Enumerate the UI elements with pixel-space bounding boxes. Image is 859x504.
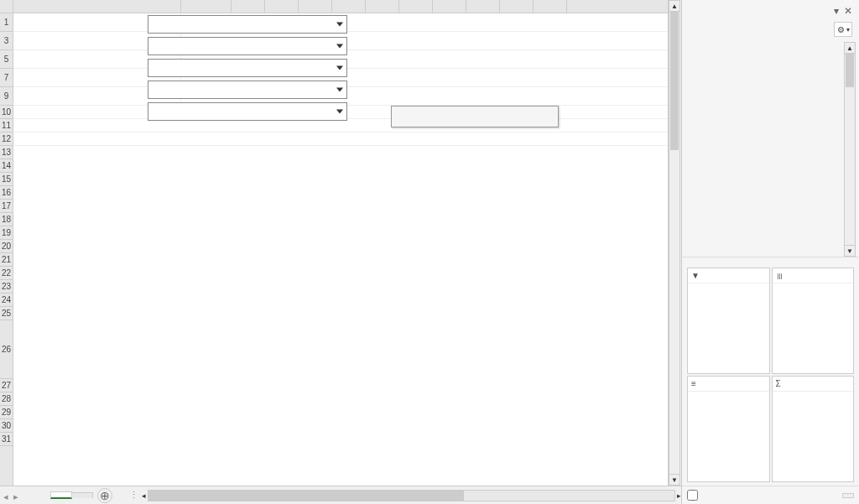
rows-icon: ≡	[691, 379, 696, 388]
columns-icon: ⫼	[776, 271, 784, 280]
col-header[interactable]	[232, 0, 265, 13]
col-header[interactable]	[181, 0, 232, 13]
row-header[interactable]: 1	[0, 13, 13, 32]
row-header[interactable]: 16	[0, 186, 13, 200]
add-sheet-button[interactable]: ⊕	[97, 488, 112, 503]
scroll-down-icon[interactable]: ▼	[844, 245, 856, 257]
tab-last-icon[interactable]: ▸	[13, 491, 22, 500]
row-header[interactable]: 10	[0, 106, 13, 119]
generate-pivot-button[interactable]	[391, 106, 559, 127]
col-header[interactable]	[433, 0, 466, 13]
col-header[interactable]	[299, 0, 332, 13]
field-scrollbar[interactable]: ▲ ▼	[844, 42, 856, 257]
row-header[interactable]: 14	[0, 159, 13, 173]
sigma-icon: Σ	[776, 379, 781, 388]
col-header[interactable]	[399, 0, 433, 13]
scroll-thumb[interactable]	[670, 12, 679, 150]
tab-active[interactable]	[50, 491, 72, 499]
spreadsheet-area: 1 3 5 7 9 10 11 12 13 14 15 16 17 18 19 …	[0, 0, 681, 504]
pane-dropdown-icon[interactable]: ▾	[834, 5, 839, 17]
row-header[interactable]: 25	[0, 307, 13, 320]
tab-other[interactable]	[71, 492, 93, 498]
col-header[interactable]	[265, 0, 299, 13]
update-button[interactable]	[842, 493, 854, 498]
defer-checkbox[interactable]	[687, 490, 698, 501]
scroll-down-icon[interactable]: ▼	[669, 474, 680, 486]
col-header[interactable]	[500, 0, 534, 13]
row-header[interactable]: 13	[0, 146, 13, 159]
row-header[interactable]: 18	[0, 213, 13, 226]
tab-navigation[interactable]: ◂ ▸	[3, 491, 22, 500]
rows-box[interactable]: ≡	[687, 376, 770, 482]
row-header[interactable]: 5	[0, 50, 13, 69]
col-header[interactable]	[13, 0, 181, 13]
pane-close-icon[interactable]: ✕	[844, 5, 852, 17]
scroll-up-icon[interactable]: ▲	[844, 42, 856, 54]
vertical-scrollbar[interactable]: ▲ ▼	[668, 0, 681, 486]
row-header[interactable]: 17	[0, 200, 13, 213]
col-header[interactable]	[534, 0, 567, 13]
row-header[interactable]: 30	[0, 419, 13, 433]
scroll-up-icon[interactable]: ▲	[669, 0, 680, 12]
dropdown-summary[interactable]	[148, 81, 347, 99]
filters-box[interactable]: ▼	[687, 268, 770, 374]
row-header[interactable]: 7	[0, 69, 13, 87]
tab-first-icon[interactable]: ◂	[3, 491, 12, 500]
sheet-tabs: ◂ ▸ ⊕ ⋮ ◂ ▸	[0, 486, 681, 504]
row-header[interactable]: 22	[0, 267, 13, 280]
row-header[interactable]: 20	[0, 240, 13, 253]
col-header[interactable]	[466, 0, 500, 13]
drag-hint	[682, 257, 859, 268]
select-all-corner[interactable]	[0, 0, 13, 13]
scroll-thumb[interactable]	[846, 54, 854, 87]
row-headers: 1 3 5 7 9 10 11 12 13 14 15 16 17 18 19 …	[0, 0, 13, 486]
filter-icon: ▼	[691, 271, 700, 280]
values-box[interactable]: Σ	[772, 376, 855, 482]
grid[interactable]	[13, 0, 668, 486]
dropdown-cols[interactable]	[148, 59, 347, 77]
field-list	[689, 42, 844, 257]
row-header[interactable]: 29	[0, 406, 13, 419]
row-header[interactable]: 11	[0, 119, 13, 132]
row-header[interactable]: 31	[0, 433, 13, 446]
row-header[interactable]: 23	[0, 280, 13, 294]
dropdown-percent[interactable]	[148, 102, 347, 121]
gear-icon[interactable]: ⚙	[834, 22, 852, 37]
dropdown-values[interactable]	[148, 15, 347, 34]
columns-box[interactable]: ⫼	[772, 268, 855, 374]
row-header[interactable]: 26	[0, 320, 13, 379]
row-header[interactable]: 19	[0, 226, 13, 240]
row-header[interactable]: 9	[0, 87, 13, 106]
row-header[interactable]: 27	[0, 379, 13, 392]
row-header[interactable]: 24	[0, 294, 13, 307]
dropdown-rows[interactable]	[148, 37, 347, 55]
row-header[interactable]: 12	[0, 132, 13, 146]
row-header[interactable]: 21	[0, 253, 13, 267]
row-header[interactable]: 3	[0, 32, 13, 50]
row-header[interactable]: 15	[0, 173, 13, 186]
horizontal-scrollbar[interactable]: ⋮ ◂ ▸	[129, 490, 681, 501]
col-header[interactable]	[332, 0, 366, 13]
scroll-thumb-h[interactable]	[148, 491, 464, 501]
col-header[interactable]	[366, 0, 399, 13]
pivot-fields-pane: ▾ ✕ ⚙ ▲ ▼ ▼ ⫼ ≡ Σ	[681, 0, 859, 504]
column-headers	[13, 0, 668, 13]
row-header[interactable]: 28	[0, 392, 13, 406]
